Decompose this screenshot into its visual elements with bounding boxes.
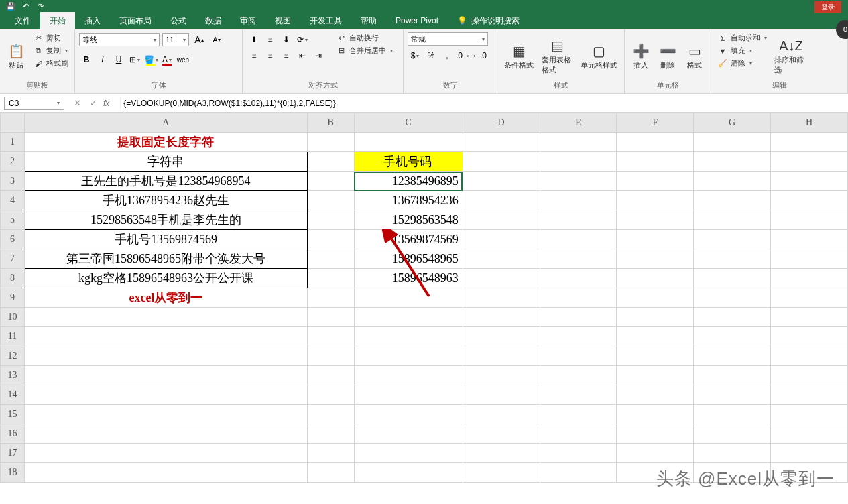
- redo-icon[interactable]: ↷: [35, 1, 46, 11]
- cell-C11[interactable]: [354, 327, 463, 346]
- cell-G11[interactable]: [694, 327, 771, 346]
- tab-help[interactable]: 帮助: [351, 12, 386, 29]
- cell-D5[interactable]: [463, 210, 540, 230]
- conditional-format-button[interactable]: ▦条件格式: [501, 32, 536, 79]
- cell-E10[interactable]: [540, 308, 617, 327]
- cell-A2[interactable]: 字符串: [24, 152, 307, 172]
- cell-F14[interactable]: [617, 385, 694, 405]
- cell-F10[interactable]: [617, 308, 694, 327]
- cell-G16[interactable]: [694, 424, 771, 444]
- cell-C14[interactable]: [354, 385, 463, 405]
- cell-D4[interactable]: [463, 191, 540, 210]
- paste-button[interactable]: 📋 粘贴: [4, 32, 28, 79]
- cell-C18[interactable]: [354, 463, 463, 483]
- cell-E18[interactable]: [540, 463, 617, 483]
- clear-button[interactable]: 🧹清除▾: [715, 58, 769, 69]
- row-header-16[interactable]: 16: [1, 424, 25, 444]
- cell-H7[interactable]: [771, 249, 848, 269]
- cell-D12[interactable]: [463, 346, 540, 366]
- comma-button[interactable]: ,: [440, 48, 455, 63]
- cell-A7[interactable]: 第三帝国15896548965附带个涣发大号: [24, 249, 307, 269]
- cell-B5[interactable]: [307, 210, 354, 230]
- col-header-C[interactable]: C: [354, 113, 463, 133]
- cell-B4[interactable]: [307, 191, 354, 210]
- cell-C10[interactable]: [354, 308, 463, 327]
- cell-F17[interactable]: [617, 444, 694, 463]
- cell-G12[interactable]: [694, 346, 771, 366]
- currency-button[interactable]: $▾: [408, 48, 422, 63]
- row-header-1[interactable]: 1: [1, 133, 25, 152]
- tab-powerpivot[interactable]: Power Pivot: [386, 12, 448, 29]
- font-name-combo[interactable]: 等线▾: [79, 33, 160, 46]
- merge-center-button[interactable]: ⊟合并后居中▾: [334, 45, 395, 56]
- cell-D10[interactable]: [463, 308, 540, 327]
- border-button[interactable]: ⊞▾: [127, 52, 142, 67]
- cell-A13[interactable]: [24, 366, 307, 385]
- name-box[interactable]: C3▾: [4, 97, 64, 110]
- cell-H2[interactable]: [771, 152, 848, 172]
- cell-F13[interactable]: [617, 366, 694, 385]
- cell-D2[interactable]: [463, 152, 540, 172]
- cell-B10[interactable]: [307, 308, 354, 327]
- cell-G9[interactable]: [694, 288, 771, 308]
- col-header-D[interactable]: D: [463, 113, 540, 133]
- col-header-G[interactable]: G: [694, 113, 771, 133]
- number-format-combo[interactable]: 常规▾: [408, 32, 488, 46]
- tab-view[interactable]: 视图: [265, 12, 300, 29]
- phonetic-button[interactable]: wén: [176, 52, 190, 67]
- cell-A4[interactable]: 手机13678954236赵先生: [24, 191, 307, 210]
- font-color-button[interactable]: A▾: [160, 52, 174, 67]
- cell-E7[interactable]: [540, 249, 617, 269]
- percent-button[interactable]: %: [424, 48, 438, 63]
- cell-C5[interactable]: 15298563548: [354, 210, 463, 230]
- cell-D18[interactable]: [463, 463, 540, 483]
- cell-F15[interactable]: [617, 405, 694, 424]
- cell-H17[interactable]: [771, 444, 848, 463]
- cell-E2[interactable]: [540, 152, 617, 172]
- cell-E14[interactable]: [540, 385, 617, 405]
- row-header-2[interactable]: 2: [1, 152, 25, 172]
- cell-H15[interactable]: [771, 405, 848, 424]
- sort-filter-button[interactable]: A↓Z排序和筛选: [772, 32, 810, 79]
- cell-H1[interactable]: [771, 133, 848, 152]
- inc-decimal-button[interactable]: .0→: [456, 48, 471, 63]
- cell-B6[interactable]: [307, 230, 354, 249]
- font-size-combo[interactable]: 11▾: [162, 33, 189, 46]
- cell-B1[interactable]: [307, 133, 354, 152]
- cell-F9[interactable]: [617, 288, 694, 308]
- cell-A17[interactable]: [24, 444, 307, 463]
- align-left-button[interactable]: ≡: [247, 48, 261, 63]
- cell-E11[interactable]: [540, 327, 617, 346]
- cell-B11[interactable]: [307, 327, 354, 346]
- cell-B9[interactable]: [307, 288, 354, 308]
- cell-F8[interactable]: [617, 269, 694, 288]
- cell-H5[interactable]: [771, 210, 848, 230]
- fill-color-button[interactable]: 🪣▾: [143, 52, 158, 67]
- row-header-8[interactable]: 8: [1, 269, 25, 288]
- cell-D1[interactable]: [463, 133, 540, 152]
- cell-B7[interactable]: [307, 249, 354, 269]
- cell-B12[interactable]: [307, 346, 354, 366]
- bold-button[interactable]: B: [79, 52, 94, 67]
- cell-B2[interactable]: [307, 152, 354, 172]
- cell-D6[interactable]: [463, 230, 540, 249]
- col-header-F[interactable]: F: [617, 113, 694, 133]
- row-header-9[interactable]: 9: [1, 288, 25, 308]
- cell-A9[interactable]: excel从零到一: [24, 288, 307, 308]
- cell-F7[interactable]: [617, 249, 694, 269]
- tab-home[interactable]: 开始: [40, 12, 75, 29]
- cell-C15[interactable]: [354, 405, 463, 424]
- cell-E17[interactable]: [540, 444, 617, 463]
- cell-E6[interactable]: [540, 230, 617, 249]
- cell-A14[interactable]: [24, 385, 307, 405]
- delete-button[interactable]: ➖删除: [656, 32, 680, 79]
- cell-A15[interactable]: [24, 405, 307, 424]
- cell-C17[interactable]: [354, 444, 463, 463]
- align-middle-button[interactable]: ≡: [263, 32, 278, 47]
- cell-H4[interactable]: [771, 191, 848, 210]
- cell-D15[interactable]: [463, 405, 540, 424]
- cell-G3[interactable]: [694, 172, 771, 191]
- row-header-13[interactable]: 13: [1, 366, 25, 385]
- cell-A10[interactable]: [24, 308, 307, 327]
- cell-F3[interactable]: [617, 172, 694, 191]
